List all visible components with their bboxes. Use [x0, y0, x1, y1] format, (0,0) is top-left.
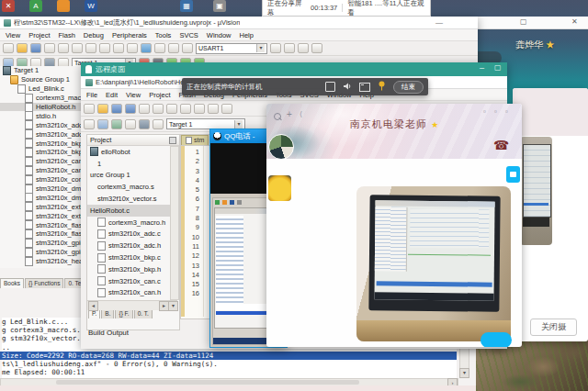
- tree-item[interactable]: stm32f10x_bkp.h: [0, 148, 89, 157]
- remote-titlebar[interactable]: 远程桌面 – ▢: [81, 62, 507, 76]
- new-file-icon[interactable]: [84, 104, 95, 114]
- desktop-icon-app[interactable]: ✕: [2, 0, 15, 12]
- close-icon[interactable]: ▢: [494, 63, 502, 72]
- speaker-icon[interactable]: [343, 82, 352, 93]
- flash-check-icon[interactable]: [270, 43, 281, 53]
- usart-combo[interactable]: USART1▾: [196, 43, 267, 54]
- send-button[interactable]: [481, 332, 512, 347]
- tree-item[interactable]: stm32f10x_exti.c: [0, 202, 89, 211]
- tree-item[interactable]: urce Group 1: [87, 170, 179, 182]
- pin-icon[interactable]: [169, 137, 176, 144]
- video-action-button[interactable]: [506, 166, 520, 183]
- menu-item-svcs[interactable]: SVCS: [179, 31, 198, 39]
- undo-icon[interactable]: [180, 104, 191, 114]
- nav-forward-icon[interactable]: [127, 43, 138, 53]
- nav-back-icon[interactable]: [113, 43, 124, 53]
- tree-item[interactable]: stm32f10x_gpio.h: [0, 248, 89, 257]
- cut-icon[interactable]: [44, 43, 55, 53]
- window-control-icon[interactable]: ▫: [483, 107, 486, 117]
- tree-item[interactable]: stdio.h: [0, 111, 89, 120]
- nav-back-icon[interactable]: [208, 104, 219, 114]
- paste-icon[interactable]: [72, 43, 83, 53]
- tree-item[interactable]: stm32f10x_exti.h: [0, 211, 89, 220]
- tree-item[interactable]: Led_Blink.c: [0, 84, 89, 94]
- menu-item-flash[interactable]: Flash: [58, 31, 74, 39]
- download-flash-icon[interactable]: [139, 119, 150, 129]
- scroll-left-icon[interactable]: ◂: [88, 301, 98, 311]
- tree-item[interactable]: cortexm3_macro.h: [0, 94, 89, 103]
- menu-item-help[interactable]: Help: [240, 31, 254, 39]
- tree-horizontal-scrollbar[interactable]: ◂ ▸ ▾: [87, 300, 177, 310]
- tree-item[interactable]: stm32f10x_can.h: [0, 166, 89, 175]
- save-all-icon[interactable]: [125, 104, 136, 114]
- batch-build-icon[interactable]: [125, 119, 136, 129]
- menu-item-view[interactable]: View: [126, 91, 141, 99]
- scrollbar-thumb[interactable]: [56, 380, 359, 385]
- tree-item[interactable]: stm32f10x_gpio.c: [0, 239, 89, 248]
- menu-item-peripherals[interactable]: Peripherals: [112, 31, 147, 39]
- tree-item[interactable]: stm32f10x_dma.c: [0, 184, 89, 194]
- tree-item[interactable]: stm32f10x_heads.h: [0, 257, 89, 266]
- copy-icon[interactable]: [58, 43, 69, 53]
- fullscreen-icon[interactable]: [325, 82, 335, 92]
- open-folder-icon[interactable]: [17, 43, 28, 53]
- menu-item-debug[interactable]: Debug: [84, 31, 104, 39]
- redo-icon[interactable]: [194, 104, 205, 114]
- scroll-down-icon[interactable]: ▾: [459, 368, 469, 378]
- background-window-titlebar[interactable]: ▢ ✕: [478, 17, 588, 29]
- outer-keil-titlebar[interactable]: 程\stm32\STM32--LX\修改\1_led流水灯\1_ledliush…: [0, 17, 478, 29]
- pin-icon[interactable]: [378, 81, 386, 93]
- find-icon[interactable]: [298, 43, 309, 53]
- bookmark-flag-icon[interactable]: [141, 43, 152, 53]
- save-icon[interactable]: [30, 43, 41, 53]
- close-icon[interactable]: ✕: [571, 17, 578, 27]
- tree-item[interactable]: stm32f10x_can.c: [87, 275, 179, 287]
- tree-item[interactable]: cortexm3_macro.s: [87, 181, 179, 193]
- tree-item[interactable]: stm32f10x_adc.c: [0, 120, 89, 129]
- menu-item-view[interactable]: View: [6, 31, 20, 39]
- tree-item[interactable]: stm32f10x_bkp.h: [87, 263, 179, 275]
- tree-vertical-scrollbar[interactable]: [170, 146, 179, 300]
- scroll-down-icon[interactable]: ▾: [168, 301, 178, 311]
- undo-icon[interactable]: [85, 43, 96, 53]
- redo-icon[interactable]: [99, 43, 110, 53]
- ladybug-debug-icon[interactable]: [311, 43, 322, 53]
- menu-item-window[interactable]: Window: [207, 31, 232, 39]
- minimize-icon[interactable]: —: [435, 18, 443, 28]
- translate-icon[interactable]: [84, 119, 95, 129]
- tree-item[interactable]: cortexm3_macro.h: [87, 217, 179, 229]
- rebuild-icon[interactable]: [111, 119, 122, 129]
- tree-item[interactable]: Target 1: [0, 66, 89, 75]
- close-camera-button[interactable]: 关闭摄: [530, 318, 577, 336]
- paste-icon[interactable]: [166, 104, 177, 114]
- options-target-icon[interactable]: [284, 43, 295, 53]
- load-icon[interactable]: [153, 119, 164, 129]
- save-icon[interactable]: [111, 104, 122, 114]
- chevron-down-icon[interactable]: ▾: [234, 120, 243, 128]
- tree-item[interactable]: stm32f10x_dma.h: [0, 193, 89, 202]
- tree-item[interactable]: 1: [87, 158, 179, 170]
- menu-item-tools[interactable]: Tools: [155, 31, 172, 39]
- avatar-pikachu[interactable]: [268, 175, 291, 201]
- new-file-icon[interactable]: [3, 43, 14, 53]
- build-icon[interactable]: [97, 119, 108, 129]
- desktop-icon-green-app[interactable]: A: [29, 0, 42, 12]
- tree-item[interactable]: HelloRobot.c: [87, 205, 179, 217]
- tree-item[interactable]: stm32f10x_can.h: [87, 287, 179, 298]
- open-folder-icon[interactable]: [97, 104, 108, 114]
- window-control-icon[interactable]: ▫: [494, 107, 497, 117]
- tree-item[interactable]: stm32f10x_can.c: [0, 157, 89, 166]
- editor-tab[interactable]: stm: [181, 135, 209, 145]
- desktop-icon-word[interactable]: W: [85, 0, 97, 12]
- menu-item-edit[interactable]: Edit: [106, 91, 118, 99]
- tree-item[interactable]: stm32f10x_flash.c: [0, 220, 89, 229]
- avatar[interactable]: [268, 134, 294, 160]
- desktop-icon-archive[interactable]: ▣: [213, 0, 226, 12]
- tree-item[interactable]: stm32f10x_vector.s: [87, 193, 179, 205]
- panel-tab[interactable]: {} Functions: [25, 278, 63, 288]
- tree-item[interactable]: stm32f10x_adc.c: [87, 229, 179, 240]
- tree-item[interactable]: stm32f10x_bkp.c: [0, 139, 89, 148]
- nav-forward-icon[interactable]: [221, 104, 232, 114]
- menu-item-project[interactable]: Project: [149, 91, 170, 99]
- end-remote-button[interactable]: 结束: [393, 81, 424, 94]
